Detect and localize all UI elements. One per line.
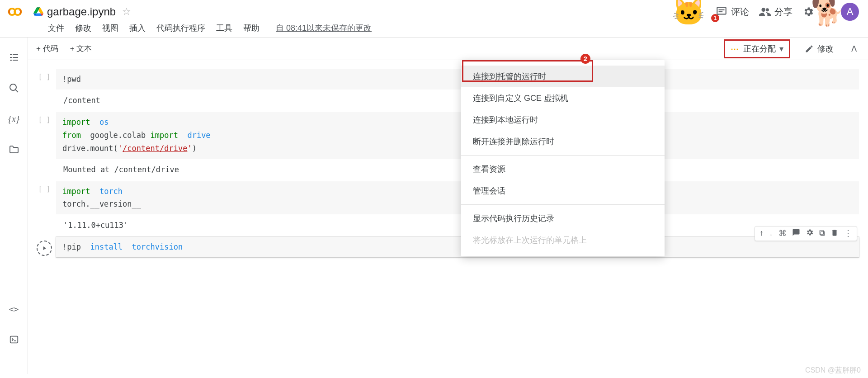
run-indicator[interactable]: [ ]: [33, 69, 56, 108]
menu-view[interactable]: 视图: [102, 23, 118, 33]
svg-point-12: [10, 84, 16, 90]
share-button[interactable]: 分享: [759, 6, 793, 18]
edit-toolbar-button[interactable]: 修改: [801, 42, 837, 56]
svg-rect-11: [13, 60, 18, 61]
dd-hosted-runtime[interactable]: 连接到托管的运行时: [461, 66, 665, 87]
code-editor[interactable]: import os from google.colab import drive…: [56, 112, 859, 159]
svg-rect-9: [13, 57, 18, 58]
drive-icon: [33, 7, 43, 17]
code-cell-1[interactable]: [ ] !pwd /content: [33, 69, 859, 108]
share-icon: [759, 6, 771, 18]
menu-file[interactable]: 文件: [48, 23, 64, 33]
comment-button[interactable]: 评论 1: [716, 6, 749, 18]
svg-rect-2: [719, 9, 725, 10]
chevron-down-icon: ▾: [779, 44, 783, 54]
dd-disconnect[interactable]: 断开连接并删除运行时: [461, 131, 665, 152]
dd-goto-last-cell: 将光标放在上次运行的单元格上: [461, 229, 665, 251]
svg-point-4: [761, 8, 765, 12]
svg-rect-3: [719, 11, 723, 12]
toc-icon[interactable]: [9, 52, 19, 63]
svg-rect-7: [13, 54, 18, 55]
annotation-circle-1: 1: [711, 14, 719, 22]
svg-rect-8: [10, 57, 12, 58]
svg-rect-6: [10, 54, 12, 55]
star-icon[interactable]: ☆: [122, 6, 131, 18]
link-icon[interactable]: ⌘: [778, 228, 787, 239]
dd-custom-gce[interactable]: 连接到自定义 GCE 虚拟机: [461, 87, 665, 109]
connect-button[interactable]: ⋯ 正在分配 ▾: [724, 39, 790, 58]
run-indicator[interactable]: [ ]: [33, 181, 56, 233]
cell-output: '1.11.0+cu113': [56, 214, 859, 232]
dd-manage-sessions[interactable]: 管理会话: [461, 180, 665, 202]
terminal-icon[interactable]: [9, 334, 19, 345]
add-code-button[interactable]: + 代码: [36, 43, 58, 54]
watermark: CSDN @蓝胖胖0: [805, 366, 861, 375]
dog-mascot-icon: 🐕: [811, 0, 844, 25]
pencil-icon: [805, 44, 814, 53]
svg-rect-14: [10, 336, 18, 343]
left-sidebar: {x} <>: [0, 38, 28, 374]
document-title[interactable]: garbage.ipynb: [47, 5, 116, 18]
comment-cell-icon[interactable]: [792, 228, 800, 239]
code-snippets-icon[interactable]: <>: [9, 303, 19, 314]
svg-line-13: [15, 90, 18, 92]
notebook-content: + 代码 + 文本 ⋯ 正在分配 ▾ 修改 ᐱ 连接到托管的运行时 连接到自定义…: [28, 38, 868, 374]
code-cell-2[interactable]: [ ] import os from google.colab import d…: [33, 112, 859, 177]
cell-gear-icon[interactable]: [806, 228, 814, 239]
delete-icon[interactable]: [830, 228, 839, 239]
add-text-button[interactable]: + 文本: [70, 43, 92, 54]
menu-insert[interactable]: 插入: [129, 23, 146, 33]
search-icon[interactable]: [9, 83, 19, 94]
edit-label: 修改: [817, 43, 834, 54]
code-cell-3[interactable]: [ ] import torch torch.__version__ '1.11…: [33, 181, 859, 233]
collapse-toolbar-button[interactable]: ᐱ: [848, 44, 860, 54]
runtime-dropdown: 连接到托管的运行时 连接到自定义 GCE 虚拟机 连接到本地运行时 断开连接并删…: [461, 60, 665, 256]
variables-icon[interactable]: {x}: [9, 113, 19, 124]
cell-toolbar: ↑ ↓ ⌘ ⧉ ⋮: [755, 226, 857, 241]
menu-help[interactable]: 帮助: [243, 23, 259, 33]
move-down-icon[interactable]: ↓: [769, 228, 773, 239]
comment-label: 评论: [731, 6, 749, 18]
code-cell-4[interactable]: ↑ ↓ ⌘ ⧉ ⋮ !pip install torchvision: [33, 237, 859, 257]
menu-edit[interactable]: 修改: [75, 23, 91, 33]
dd-view-resources[interactable]: 查看资源: [461, 158, 665, 180]
menu-tools[interactable]: 工具: [216, 23, 232, 33]
code-editor[interactable]: !pip install torchvision: [56, 237, 859, 257]
run-button[interactable]: [33, 237, 56, 257]
cell-output: Mounted at /content/drive: [56, 159, 859, 177]
files-icon[interactable]: [9, 144, 19, 155]
mirror-icon[interactable]: ⧉: [819, 228, 825, 239]
svg-point-5: [766, 8, 769, 11]
svg-rect-10: [10, 60, 12, 61]
connect-status-label: 正在分配: [743, 43, 776, 54]
cat-mascot-icon: 🐱: [672, 0, 706, 25]
menu-runtime[interactable]: 代码执行程序: [156, 23, 205, 33]
code-editor[interactable]: import torch torch.__version__: [56, 181, 859, 215]
share-label: 分享: [774, 6, 793, 18]
cell-output: /content: [56, 90, 859, 108]
account-avatar[interactable]: A: [841, 3, 859, 21]
move-up-icon[interactable]: ↑: [760, 228, 764, 239]
spinner-icon: ⋯: [731, 44, 740, 54]
header-bar: garbage.ipynb ☆ 🐱 评论 1 分享 🐕 A: [0, 0, 868, 20]
colab-logo-icon: [6, 3, 24, 20]
dd-exec-history[interactable]: 显示代码执行历史记录: [461, 208, 665, 229]
last-save-status[interactable]: 自 08:41以来未保存的更改: [276, 23, 372, 33]
run-indicator[interactable]: [ ]: [33, 112, 56, 177]
code-editor[interactable]: !pwd: [56, 69, 859, 90]
notebook-toolbar: + 代码 + 文本 ⋯ 正在分配 ▾ 修改 ᐱ: [28, 38, 868, 60]
more-icon[interactable]: ⋮: [844, 228, 852, 239]
dd-local-runtime[interactable]: 连接到本地运行时: [461, 109, 665, 131]
annotation-circle-2: 2: [580, 54, 590, 64]
